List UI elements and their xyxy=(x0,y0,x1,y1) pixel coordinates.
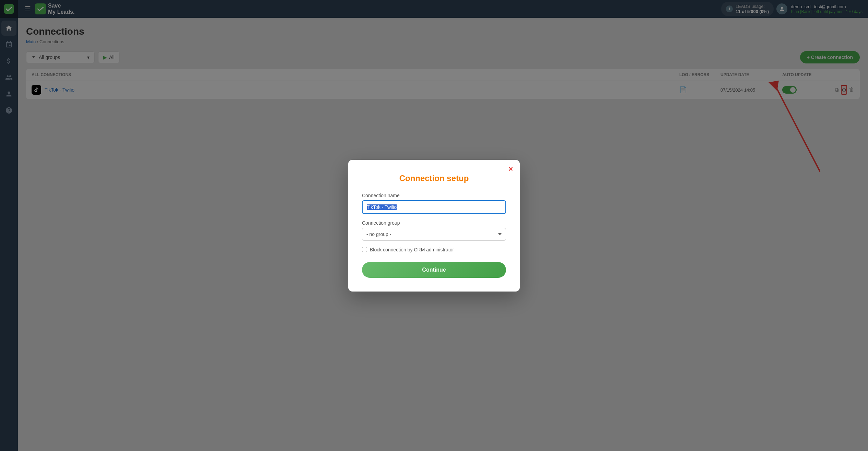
connection-group-label: Connection group xyxy=(362,220,506,226)
connection-group-select[interactable]: - no group - xyxy=(362,228,506,241)
modal-close-button[interactable]: × xyxy=(508,165,513,173)
modal-overlay[interactable]: × Connection setup Connection name Conne… xyxy=(0,0,868,451)
connection-name-label: Connection name xyxy=(362,193,506,198)
modal-title: Connection setup xyxy=(362,174,506,183)
block-connection-label[interactable]: Block connection by CRM administrator xyxy=(362,247,506,252)
connection-setup-modal: × Connection setup Connection name Conne… xyxy=(348,160,520,292)
block-connection-checkbox[interactable] xyxy=(362,247,367,252)
connection-name-input[interactable] xyxy=(362,200,506,214)
continue-button[interactable]: Continue xyxy=(362,262,506,278)
